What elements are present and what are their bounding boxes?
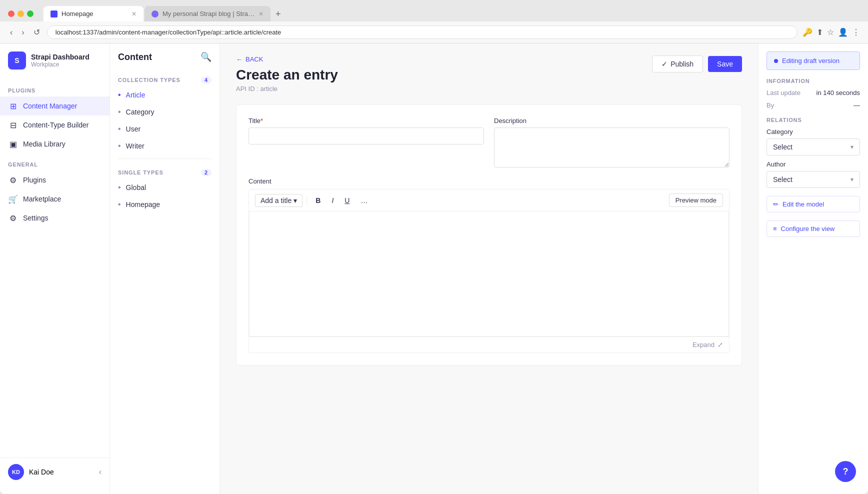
- back-link[interactable]: ← BACK: [236, 56, 338, 63]
- last-update-row: Last update in 140 seconds: [766, 89, 860, 96]
- general-section-label: GENERAL: [0, 154, 110, 170]
- reload-nav-button[interactable]: ↺: [32, 26, 42, 39]
- content-manager-icon: ⊞: [8, 101, 18, 111]
- collection-item-article[interactable]: Article: [110, 86, 220, 104]
- information-title: INFORMATION: [766, 78, 860, 84]
- content-editor-wrapper: Add a title ▾ B I: [248, 189, 730, 353]
- app-container: S Strapi Dashboard Workplace PLUGINS ⊞ C…: [0, 44, 868, 494]
- checkmark-icon: ✓: [662, 60, 668, 68]
- add-title-label: Add a title: [260, 196, 292, 204]
- brand-initials: S: [14, 56, 19, 64]
- content-editor-body[interactable]: [249, 212, 729, 336]
- collection-item-category-label: Category: [126, 108, 154, 116]
- tab-favicon-homepage: [50, 10, 58, 18]
- bold-icon: B: [316, 196, 320, 204]
- forward-nav-button[interactable]: ›: [20, 26, 26, 39]
- sidebar-label-marketplace: Marketplace: [23, 195, 61, 203]
- description-textarea[interactable]: [494, 128, 730, 168]
- brand-sub: Workplace: [31, 61, 90, 68]
- preview-mode-button[interactable]: Preview mode: [669, 194, 723, 207]
- maximize-window-button[interactable]: [27, 10, 34, 17]
- form-group-title: Title*: [248, 117, 484, 168]
- author-select[interactable]: Select ▾: [766, 171, 860, 188]
- sidebar-item-marketplace[interactable]: 🛒 Marketplace: [0, 190, 110, 208]
- url-input[interactable]: localhost:1337/admin/content-manager/col…: [47, 26, 798, 39]
- publish-button[interactable]: ✓ Publish: [652, 56, 703, 72]
- expand-label: Expand: [692, 341, 714, 348]
- collection-types-count: 4: [201, 76, 212, 84]
- browser-tab-blog[interactable]: My personal Strapi blog | Stra… ✕: [144, 6, 270, 22]
- toolbar-more-button[interactable]: …: [356, 194, 372, 207]
- toolbar-underline-button[interactable]: U: [340, 194, 354, 207]
- bookmark-icon[interactable]: ☆: [827, 28, 834, 37]
- toolbar-italic-button[interactable]: I: [327, 194, 338, 207]
- sidebar-footer: KD Kai Doe ‹: [0, 458, 110, 486]
- draft-label: Editing draft version: [782, 57, 840, 64]
- media-library-icon: ▣: [8, 139, 18, 149]
- marketplace-icon: 🛒: [8, 194, 18, 204]
- toolbar-bold-button[interactable]: B: [311, 194, 325, 207]
- category-select[interactable]: Select ▾: [766, 138, 860, 156]
- tab-favicon-blog: [152, 10, 158, 18]
- sidebar-item-media-library[interactable]: ▣ Media Library: [0, 134, 110, 154]
- by-label: By: [766, 102, 774, 109]
- collection-panel: Content 🔍 COLLECTION TYPES 4 Article Cat…: [110, 44, 220, 494]
- browser-window-controls: [8, 10, 34, 17]
- single-item-homepage-label: Homepage: [126, 200, 160, 208]
- single-item-global[interactable]: Global: [110, 179, 220, 196]
- sidebar-item-plugins[interactable]: ⚙ Plugins: [0, 170, 110, 190]
- category-select-arrow: ▾: [850, 144, 854, 150]
- menu-icon[interactable]: ⋮: [852, 28, 860, 37]
- italic-icon: I: [332, 196, 334, 204]
- single-types-text: SINGLE TYPES: [118, 170, 164, 176]
- back-nav-button[interactable]: ‹: [8, 26, 14, 39]
- author-select-arrow: ▾: [850, 176, 854, 183]
- relations-section: RELATIONS Category Select ▾ Author Selec…: [766, 117, 860, 188]
- share-icon[interactable]: ⬆: [816, 28, 823, 37]
- underline-icon: U: [344, 196, 350, 204]
- title-input[interactable]: [248, 128, 484, 144]
- save-button[interactable]: Save: [708, 56, 742, 72]
- key-icon[interactable]: 🔑: [802, 28, 812, 37]
- user-name: Kai Doe: [29, 468, 54, 476]
- content-section: Content Add a title ▾ B: [248, 178, 730, 353]
- page-header: ← BACK Create an entry API ID : article …: [236, 56, 742, 92]
- relations-title: RELATIONS: [766, 117, 860, 123]
- main-editor: ← BACK Create an entry API ID : article …: [220, 44, 758, 494]
- draft-dot: [774, 59, 778, 63]
- category-relation-label: Category: [766, 128, 860, 136]
- plugins-icon: ⚙: [8, 175, 18, 185]
- header-actions: ✓ Publish Save: [652, 56, 742, 72]
- page-title: Create an entry: [236, 67, 338, 83]
- single-item-homepage[interactable]: Homepage: [110, 196, 220, 213]
- editor-toolbar: Add a title ▾ B I: [249, 190, 729, 212]
- content-label: Content: [248, 178, 730, 185]
- help-button[interactable]: ?: [835, 461, 856, 482]
- collection-item-user-label: User: [126, 125, 141, 133]
- sidebar-item-settings[interactable]: ⚙ Settings: [0, 208, 110, 228]
- sidebar-item-content-manager[interactable]: ⊞ Content Manager: [0, 96, 110, 116]
- toolbar-add-title-button[interactable]: Add a title ▾: [255, 194, 302, 207]
- expand-icon: ⤢: [718, 341, 723, 348]
- sidebar-collapse-button[interactable]: ‹: [99, 468, 102, 476]
- minimize-window-button[interactable]: [18, 10, 24, 17]
- tab-label-blog: My personal Strapi blog | Stra…: [162, 10, 254, 18]
- configure-view-link[interactable]: ≡ Configure the view: [766, 220, 860, 237]
- profile-icon[interactable]: 👤: [838, 28, 848, 37]
- single-types-count: 2: [201, 169, 212, 176]
- new-tab-button[interactable]: +: [272, 7, 285, 22]
- more-icon: …: [360, 196, 368, 204]
- expand-button[interactable]: Expand ⤢: [249, 336, 729, 352]
- browser-tab-homepage[interactable]: Homepage ✕: [44, 6, 144, 22]
- tab-close-homepage[interactable]: ✕: [132, 10, 136, 18]
- information-section: INFORMATION Last update in 140 seconds B…: [766, 78, 860, 109]
- tab-close-blog[interactable]: ✕: [258, 10, 264, 18]
- collection-item-user[interactable]: User: [110, 120, 220, 138]
- close-window-button[interactable]: [8, 10, 14, 17]
- sidebar-item-content-type-builder[interactable]: ⊟ Content-Type Builder: [0, 116, 110, 134]
- sidebar-label-media-library: Media Library: [23, 140, 66, 148]
- content-search-button[interactable]: 🔍: [200, 52, 212, 62]
- edit-model-link[interactable]: ✏ Edit the model: [766, 196, 860, 212]
- collection-item-writer[interactable]: Writer: [110, 138, 220, 154]
- collection-item-category[interactable]: Category: [110, 104, 220, 120]
